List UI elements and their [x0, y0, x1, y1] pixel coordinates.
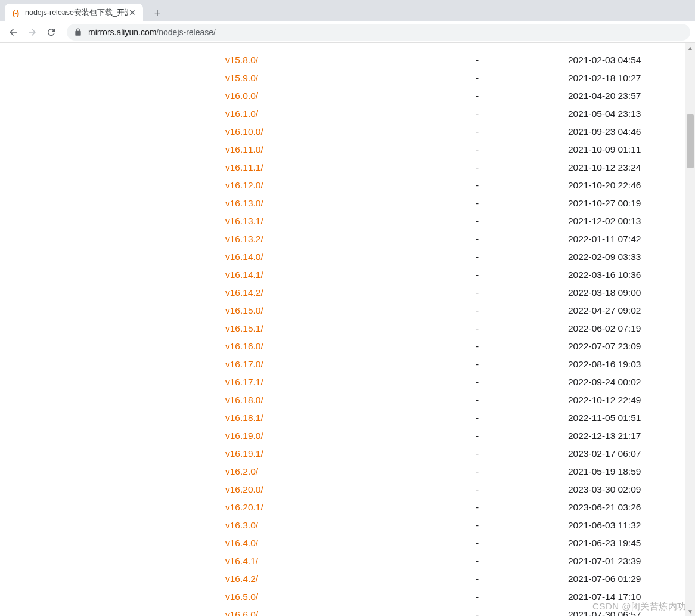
listing-row: v16.2.0/-2021-05-19 18:59: [225, 463, 684, 481]
listing-row: v16.18.0/-2022-10-12 22:49: [225, 391, 684, 409]
directory-link[interactable]: v16.20.1/: [225, 502, 263, 512]
col-date: 2021-06-03 11:32: [568, 520, 684, 531]
col-size: -: [476, 609, 568, 616]
directory-link[interactable]: v16.4.0/: [225, 538, 258, 548]
back-button[interactable]: [5, 24, 21, 41]
col-name: v16.13.0/: [225, 198, 476, 209]
directory-link[interactable]: v16.13.0/: [225, 198, 263, 208]
col-date: 2021-06-23 19:45: [568, 538, 684, 549]
listing-row: v16.13.0/-2021-10-27 00:19: [225, 194, 684, 212]
directory-link[interactable]: v16.20.0/: [225, 484, 263, 494]
directory-link[interactable]: v16.1.0/: [225, 109, 258, 119]
col-date: 2022-06-02 07:19: [568, 323, 684, 334]
col-size: -: [476, 520, 568, 531]
col-size: -: [476, 109, 568, 119]
listing-row: v16.10.0/-2021-09-23 04:46: [225, 123, 684, 141]
directory-link[interactable]: v15.8.0/: [225, 55, 258, 65]
col-date: 2021-12-02 00:13: [568, 216, 684, 227]
browser-chrome: nodejs-release安装包下载_开源 ✕ + mirrors.aliyu…: [0, 0, 695, 43]
listing-row: v16.4.0/-2021-06-23 19:45: [225, 534, 684, 552]
page-content: v15.8.0/-2021-02-03 04:54v15.9.0/-2021-0…: [0, 43, 695, 616]
directory-link[interactable]: v16.3.0/: [225, 520, 258, 530]
col-name: v16.0.0/: [225, 91, 476, 101]
col-date: 2022-08-16 19:03: [568, 359, 684, 370]
directory-link[interactable]: v16.10.0/: [225, 126, 263, 137]
directory-link[interactable]: v16.14.0/: [225, 252, 263, 262]
arrow-left-icon: [8, 27, 18, 38]
directory-link[interactable]: v16.19.1/: [225, 448, 263, 459]
directory-link[interactable]: v16.13.2/: [225, 234, 263, 244]
new-tab-button[interactable]: +: [149, 5, 166, 21]
col-date: 2023-02-17 06:07: [568, 448, 684, 459]
listing-row: v16.20.1/-2023-06-21 03:26: [225, 499, 684, 516]
close-icon[interactable]: ✕: [128, 8, 137, 17]
listing-row: v16.3.0/-2021-06-03 11:32: [225, 516, 684, 534]
col-name: v16.19.0/: [225, 431, 476, 441]
col-size: -: [476, 341, 568, 352]
col-size: -: [476, 556, 568, 567]
directory-link[interactable]: v16.17.1/: [225, 377, 263, 387]
directory-link[interactable]: v16.11.1/: [225, 162, 263, 172]
directory-link[interactable]: v16.5.0/: [225, 592, 258, 602]
listing-row: v16.15.0/-2022-04-27 09:02: [225, 302, 684, 320]
directory-link[interactable]: v16.0.0/: [225, 91, 258, 101]
col-size: -: [476, 55, 568, 66]
directory-link[interactable]: v16.13.1/: [225, 216, 263, 226]
directory-link[interactable]: v16.15.1/: [225, 323, 263, 333]
col-name: v16.17.0/: [225, 359, 476, 370]
directory-link[interactable]: v16.16.0/: [225, 341, 263, 351]
reload-button[interactable]: [43, 24, 60, 41]
directory-link[interactable]: v16.12.0/: [225, 180, 263, 190]
directory-link[interactable]: v16.15.0/: [225, 305, 263, 315]
col-date: 2021-10-12 23:24: [568, 162, 684, 173]
col-size: -: [476, 448, 568, 459]
scroll-up-icon[interactable]: ▲: [685, 43, 695, 52]
forward-button[interactable]: [24, 24, 41, 41]
directory-link[interactable]: v16.6.0/: [225, 609, 258, 616]
col-size: -: [476, 466, 568, 477]
col-date: 2021-05-04 23:13: [568, 109, 684, 119]
directory-link[interactable]: v16.11.0/: [225, 144, 263, 154]
col-date: 2022-11-05 01:51: [568, 413, 684, 423]
col-size: -: [476, 323, 568, 334]
col-size: -: [476, 484, 568, 495]
col-date: 2021-04-20 23:57: [568, 91, 684, 101]
directory-link[interactable]: v15.9.0/: [225, 73, 258, 83]
scroll-down-icon[interactable]: ▼: [685, 606, 695, 616]
directory-link[interactable]: v16.4.2/: [225, 574, 258, 584]
col-name: v16.1.0/: [225, 109, 476, 119]
col-size: -: [476, 538, 568, 549]
col-size: -: [476, 270, 568, 280]
col-size: -: [476, 144, 568, 155]
address-bar[interactable]: mirrors.aliyun.com/nodejs-release/: [67, 24, 690, 41]
col-size: -: [476, 592, 568, 602]
col-name: v16.13.2/: [225, 234, 476, 244]
col-name: v16.5.0/: [225, 592, 476, 602]
scrollbar-thumb[interactable]: [687, 114, 694, 168]
col-name: v16.10.0/: [225, 126, 476, 137]
listing-row: v16.20.0/-2023-03-30 02:09: [225, 481, 684, 499]
listing-row: v16.17.0/-2022-08-16 19:03: [225, 355, 684, 373]
listing-row: v16.16.0/-2022-07-07 23:09: [225, 338, 684, 355]
directory-link[interactable]: v16.14.2/: [225, 287, 263, 298]
col-date: 2022-04-27 09:02: [568, 305, 684, 316]
directory-link[interactable]: v16.17.0/: [225, 359, 263, 369]
col-name: v16.17.1/: [225, 377, 476, 388]
col-size: -: [476, 91, 568, 101]
directory-link[interactable]: v16.18.1/: [225, 413, 263, 423]
directory-link[interactable]: v16.19.0/: [225, 431, 263, 441]
col-name: v15.9.0/: [225, 73, 476, 83]
directory-link[interactable]: v16.18.0/: [225, 395, 263, 405]
url-path: /nodejs-release/: [156, 27, 216, 37]
directory-link[interactable]: v16.4.1/: [225, 556, 258, 566]
col-date: 2021-09-23 04:46: [568, 126, 684, 137]
col-name: v16.12.0/: [225, 180, 476, 191]
listing-row: v16.19.1/-2023-02-17 06:07: [225, 445, 684, 463]
scrollbar[interactable]: ▲ ▼: [685, 43, 695, 616]
col-name: v16.18.1/: [225, 413, 476, 423]
directory-link[interactable]: v16.14.1/: [225, 270, 263, 280]
col-size: -: [476, 216, 568, 227]
directory-link[interactable]: v16.2.0/: [225, 466, 258, 476]
col-size: -: [476, 377, 568, 388]
browser-tab[interactable]: nodejs-release安装包下载_开源 ✕: [5, 4, 143, 21]
